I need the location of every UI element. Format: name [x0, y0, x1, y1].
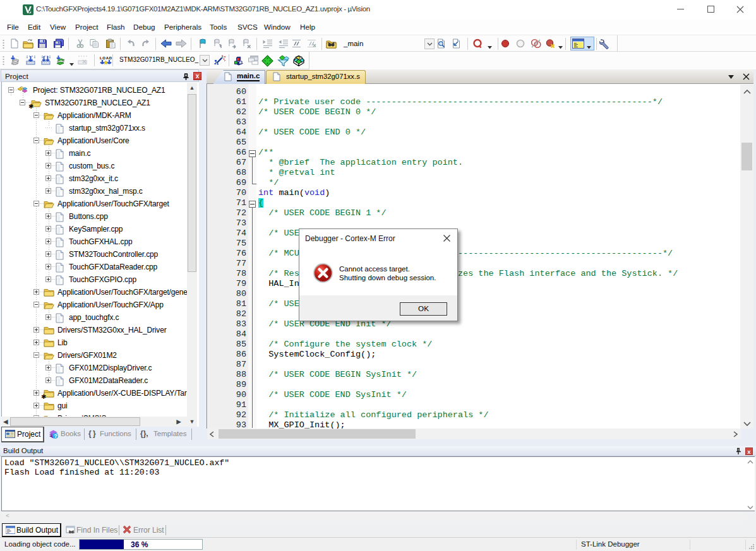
svg-text:?: ? — [54, 433, 57, 439]
svg-text:LOAD: LOAD — [100, 56, 112, 60]
